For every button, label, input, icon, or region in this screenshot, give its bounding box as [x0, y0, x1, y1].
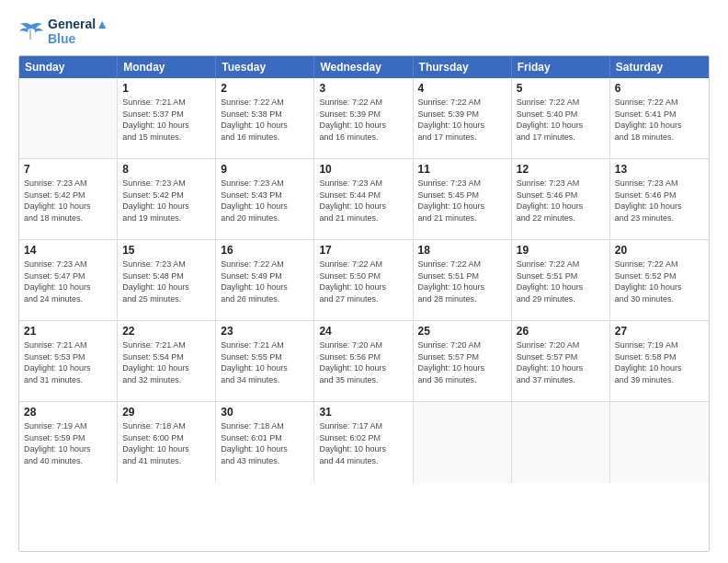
day-info-line: Sunset: 5:38 PM	[221, 109, 309, 121]
calendar-cell: 11Sunrise: 7:23 AMSunset: 5:45 PMDayligh…	[414, 159, 512, 239]
calendar-header-sunday: Sunday	[19, 56, 118, 78]
day-number: 1	[122, 82, 210, 95]
day-info-line: Daylight: 10 hours	[418, 120, 506, 132]
calendar-row-4: 21Sunrise: 7:21 AMSunset: 5:53 PMDayligh…	[19, 321, 709, 402]
day-number: 25	[418, 325, 506, 338]
day-info-line: Sunrise: 7:18 AM	[122, 420, 210, 432]
day-info-line: Daylight: 10 hours	[517, 120, 605, 132]
day-info-line: Daylight: 10 hours	[122, 120, 210, 132]
day-info-line: Sunset: 5:44 PM	[319, 190, 407, 201]
calendar-cell	[19, 78, 118, 158]
day-number: 23	[221, 325, 309, 338]
day-number: 8	[122, 163, 210, 176]
day-number: 18	[418, 244, 506, 257]
calendar-header-tuesday: Tuesday	[216, 56, 314, 78]
day-info-line: and 40 minutes.	[24, 455, 112, 467]
day-info-line: Sunset: 5:42 PM	[24, 190, 112, 201]
day-info-line: Sunrise: 7:23 AM	[221, 178, 309, 190]
day-info-line: and 28 minutes.	[418, 293, 506, 305]
day-info-line: Sunset: 5:51 PM	[418, 270, 506, 282]
day-info-line: and 27 minutes.	[319, 293, 407, 305]
day-info-line: Daylight: 10 hours	[517, 282, 605, 293]
day-number: 2	[221, 82, 309, 95]
day-info-line: and 30 minutes.	[615, 293, 704, 305]
day-info-line: Daylight: 10 hours	[418, 362, 506, 374]
day-number: 11	[418, 163, 506, 176]
calendar-row-5: 28Sunrise: 7:19 AMSunset: 5:59 PMDayligh…	[19, 402, 709, 483]
day-info-line: Sunset: 6:02 PM	[319, 432, 407, 444]
day-info-line: Sunrise: 7:17 AM	[319, 420, 407, 432]
day-info-line: Daylight: 10 hours	[221, 362, 309, 374]
calendar-row-3: 14Sunrise: 7:23 AMSunset: 5:47 PMDayligh…	[19, 240, 709, 321]
day-info-line: Sunrise: 7:22 AM	[418, 259, 506, 270]
calendar-cell: 8Sunrise: 7:23 AMSunset: 5:42 PMDaylight…	[118, 159, 216, 239]
calendar-cell: 7Sunrise: 7:23 AMSunset: 5:42 PMDaylight…	[19, 159, 118, 239]
day-info-line: Sunset: 5:53 PM	[24, 351, 112, 363]
day-number: 13	[615, 163, 704, 176]
day-info-line: Daylight: 10 hours	[615, 120, 704, 132]
calendar-cell: 1Sunrise: 7:21 AMSunset: 5:37 PMDaylight…	[118, 78, 216, 158]
day-info-line: and 25 minutes.	[122, 293, 210, 305]
day-number: 27	[615, 325, 704, 338]
day-info-line: and 16 minutes.	[319, 132, 407, 144]
day-info-line: Sunrise: 7:23 AM	[122, 178, 210, 190]
day-info-line: Daylight: 10 hours	[122, 362, 210, 374]
day-info-line: and 19 minutes.	[122, 213, 210, 224]
calendar-cell: 26Sunrise: 7:20 AMSunset: 5:57 PMDayligh…	[512, 321, 610, 401]
day-info-line: Sunrise: 7:21 AM	[122, 97, 210, 109]
day-info-line: Sunrise: 7:23 AM	[122, 259, 210, 270]
day-info-line: and 41 minutes.	[122, 455, 210, 467]
day-number: 31	[319, 406, 407, 419]
day-info-line: Sunset: 5:52 PM	[615, 270, 704, 282]
day-info-line: and 32 minutes.	[122, 374, 210, 386]
day-number: 4	[418, 82, 506, 95]
day-info-line: Daylight: 10 hours	[24, 282, 112, 293]
logo-icon	[18, 21, 44, 41]
day-info-line: Sunrise: 7:19 AM	[615, 339, 704, 351]
day-info-line: Sunset: 5:47 PM	[24, 270, 112, 282]
day-number: 26	[517, 325, 605, 338]
day-info-line: Sunset: 5:40 PM	[517, 109, 605, 121]
day-info-line: Daylight: 10 hours	[615, 282, 704, 293]
day-info-line: Sunset: 5:39 PM	[319, 109, 407, 121]
day-number: 19	[517, 244, 605, 257]
day-info-line: and 20 minutes.	[221, 213, 309, 224]
calendar-cell	[414, 402, 512, 483]
day-info-line: Sunset: 5:39 PM	[418, 109, 506, 121]
day-info-line: and 16 minutes.	[221, 132, 309, 144]
day-number: 14	[24, 244, 112, 257]
day-info-line: Sunrise: 7:22 AM	[517, 259, 605, 270]
day-info-line: Sunrise: 7:23 AM	[319, 178, 407, 190]
day-number: 16	[221, 244, 309, 257]
calendar-cell: 14Sunrise: 7:23 AMSunset: 5:47 PMDayligh…	[19, 240, 118, 320]
day-info-line: Sunrise: 7:23 AM	[24, 259, 112, 270]
day-number: 28	[24, 406, 112, 419]
day-info-line: Daylight: 10 hours	[517, 201, 605, 213]
day-info-line: and 29 minutes.	[517, 293, 605, 305]
day-number: 15	[122, 244, 210, 257]
day-info-line: Sunset: 5:57 PM	[517, 351, 605, 363]
day-info-line: Daylight: 10 hours	[319, 443, 407, 455]
day-info-line: Sunrise: 7:22 AM	[319, 97, 407, 109]
day-info-line: Sunset: 6:01 PM	[221, 432, 309, 444]
calendar-cell: 10Sunrise: 7:23 AMSunset: 5:44 PMDayligh…	[314, 159, 413, 239]
calendar-cell: 6Sunrise: 7:22 AMSunset: 5:41 PMDaylight…	[610, 78, 709, 158]
day-info-line: Sunset: 5:45 PM	[418, 190, 506, 201]
day-info-line: Daylight: 10 hours	[319, 120, 407, 132]
day-info-line: Sunrise: 7:22 AM	[615, 97, 704, 109]
day-info-line: Sunrise: 7:22 AM	[418, 97, 506, 109]
calendar-cell: 4Sunrise: 7:22 AMSunset: 5:39 PMDaylight…	[414, 78, 512, 158]
calendar-header-friday: Friday	[512, 56, 610, 78]
day-info-line: and 36 minutes.	[418, 374, 506, 386]
calendar-cell	[512, 402, 610, 483]
day-info-line: Sunset: 5:48 PM	[122, 270, 210, 282]
day-info-line: Sunset: 5:58 PM	[615, 351, 704, 363]
day-info-line: and 26 minutes.	[221, 293, 309, 305]
day-info-line: Daylight: 10 hours	[615, 362, 704, 374]
day-number: 9	[221, 163, 309, 176]
day-number: 12	[517, 163, 605, 176]
day-number: 6	[615, 82, 704, 95]
day-info-line: Sunrise: 7:23 AM	[24, 178, 112, 190]
day-info-line: and 31 minutes.	[24, 374, 112, 386]
day-info-line: and 17 minutes.	[418, 132, 506, 144]
